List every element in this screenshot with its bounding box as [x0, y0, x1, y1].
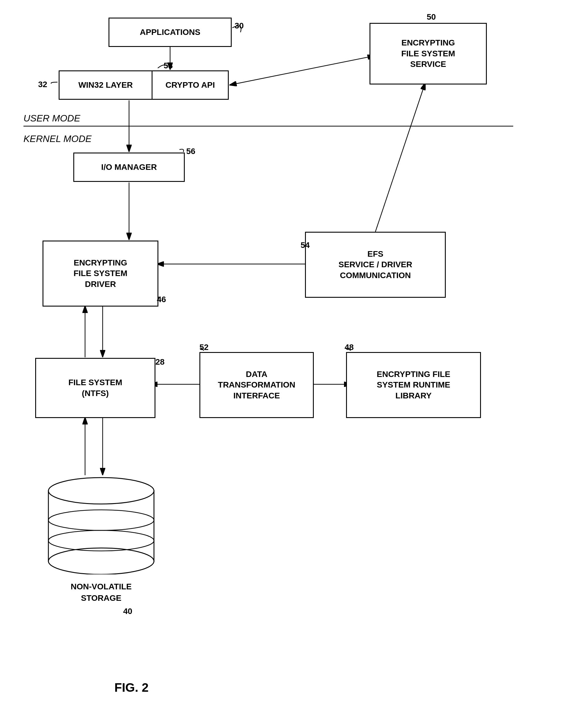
- svg-line-3: [229, 56, 375, 85]
- ref-40: 40: [123, 607, 132, 616]
- file-system-box: FILE SYSTEM(NTFS): [35, 358, 155, 418]
- data-transformation-label: DATATRANSFORMATIONINTERFACE: [218, 369, 295, 401]
- cylinder-svg: [45, 475, 157, 574]
- ref-56: 56: [186, 147, 195, 156]
- encrypting-driver-label: ENCRYPTINGFILE SYSTEMDRIVER: [74, 257, 128, 290]
- win32layer-box: WIN32 LAYER: [59, 70, 152, 100]
- ref-54: 54: [300, 241, 310, 250]
- storage-text: NON-VOLATILESTORAGE: [71, 582, 132, 603]
- ref-46: 46: [157, 295, 166, 304]
- ref-52: 52: [200, 343, 209, 352]
- kernel-mode-label: KERNEL MODE: [23, 133, 91, 144]
- svg-line-7: [375, 83, 425, 232]
- diagram: APPLICATIONS 30 WIN32 LAYER CRYPTO API 5…: [0, 0, 588, 724]
- io-manager-box: I/O MANAGER: [73, 152, 185, 182]
- encrypting-service-label: ENCRYPTINGFILE SYSTEMSERVICE: [401, 38, 455, 69]
- encrypting-runtime-label: ENCRYPTING FILESYSTEM RUNTIMELIBRARY: [377, 369, 450, 401]
- figure-label: FIG. 2: [114, 681, 149, 695]
- applications-label: APPLICATIONS: [140, 27, 200, 38]
- efs-service-box: EFSSERVICE / DRIVERCOMMUNICATION: [305, 232, 446, 298]
- efs-service-label: EFSSERVICE / DRIVERCOMMUNICATION: [338, 249, 412, 281]
- cryptoapi-label: CRYPTO API: [165, 80, 215, 90]
- applications-box: APPLICATIONS: [108, 18, 232, 47]
- ref-58: 58: [164, 61, 173, 70]
- ref-28: 28: [155, 357, 165, 367]
- win32-label: WIN32 LAYER: [78, 80, 133, 90]
- ref-48: 48: [344, 343, 354, 352]
- file-system-label: FILE SYSTEM(NTFS): [68, 377, 122, 399]
- svg-point-17: [48, 478, 154, 504]
- ref-50: 50: [427, 12, 436, 22]
- cryptoapi-box: CRYPTO API: [152, 70, 229, 100]
- storage-cylinder: [45, 475, 157, 574]
- svg-point-16: [48, 548, 154, 574]
- user-mode-label: USER MODE: [23, 113, 80, 124]
- encrypting-runtime-box: ENCRYPTING FILESYSTEM RUNTIMELIBRARY: [346, 352, 481, 418]
- encrypting-driver-box: ENCRYPTINGFILE SYSTEMDRIVER: [43, 241, 159, 307]
- ref-30: 30: [235, 21, 244, 30]
- data-transformation-box: DATATRANSFORMATIONINTERFACE: [200, 352, 314, 418]
- ref-32: 32: [38, 80, 47, 89]
- encrypting-service-box: ENCRYPTINGFILE SYSTEMSERVICE: [370, 23, 487, 84]
- io-manager-label: I/O MANAGER: [101, 162, 157, 172]
- storage-label: NON-VOLATILESTORAGE: [45, 581, 157, 604]
